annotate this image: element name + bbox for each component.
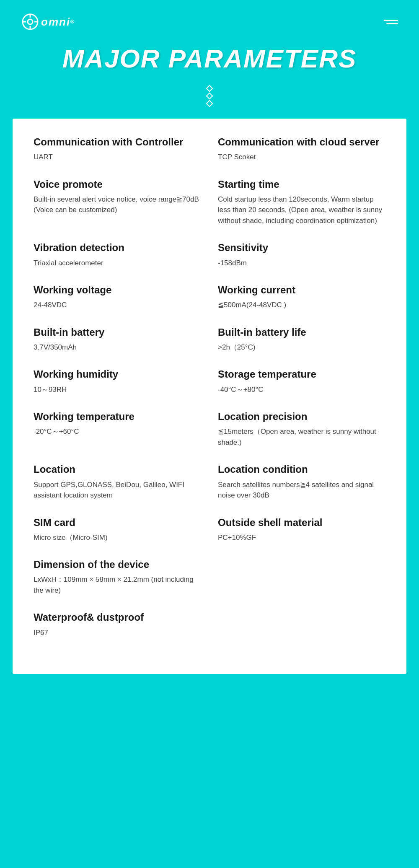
diamond-1 — [206, 85, 213, 92]
param-value: 24-48VDC — [34, 300, 201, 311]
param-value: UART — [34, 152, 201, 163]
param-label: Built-in battery — [34, 326, 201, 339]
content-card: Communication with ControllerUARTCommuni… — [13, 119, 406, 674]
params-grid: Communication with ControllerUARTCommuni… — [34, 135, 385, 653]
param-label: Starting time — [218, 178, 385, 191]
param-item: LocationSupport GPS,GLONASS, BeiDou, Gal… — [34, 463, 201, 500]
param-item: Sensitivity-158dBm — [218, 241, 385, 268]
param-label: Working temperature — [34, 410, 201, 423]
param-label: Working current — [218, 283, 385, 296]
param-value: LxWxH：109mm × 58mm × 21.2mm (not includi… — [34, 574, 201, 596]
param-item: Storage temperature-40°C～+80°C — [218, 368, 385, 395]
param-item: SIM cardMicro size（Micro-SIM) — [34, 516, 201, 543]
param-item: Built-in battery3.7V/350mAh — [34, 326, 201, 353]
param-value: >2h（25°C) — [218, 342, 385, 353]
param-item — [218, 558, 385, 596]
logo: omni® — [21, 13, 75, 31]
param-value: IP67 — [34, 627, 201, 638]
param-label: Location precision — [218, 410, 385, 423]
svg-point-1 — [28, 19, 33, 24]
param-value: ≦500mA(24-48VDC ) — [218, 300, 385, 311]
param-label: Storage temperature — [218, 368, 385, 381]
param-value: Cold startup less than 120seconds, Warm … — [218, 194, 385, 226]
param-item: Location precision≦15meters（Open area, w… — [218, 410, 385, 448]
param-item: Communication with ControllerUART — [34, 135, 201, 163]
param-label: Working humidity — [34, 368, 201, 381]
logo-text: omni — [41, 16, 70, 29]
menu-line-1 — [384, 20, 398, 21]
param-label: Location — [34, 463, 201, 476]
param-label: Voice promote — [34, 178, 201, 191]
param-value: TCP Scoket — [218, 152, 385, 163]
param-item: Working temperature-20°C～+60°C — [34, 410, 201, 448]
param-value: Triaxial accelerometer — [34, 258, 201, 269]
param-value: -158dBm — [218, 258, 385, 269]
header: omni® — [0, 0, 419, 39]
param-item: Outside shell materialPC+10%GF — [218, 516, 385, 543]
param-value: ≦15meters（Open area, weather is sunny wi… — [218, 426, 385, 448]
logo-superscript: ® — [70, 19, 75, 25]
param-item: Working voltage24-48VDC — [34, 283, 201, 311]
page-title-section: MAJOR PARAMETERS — [0, 39, 419, 82]
hamburger-menu-button[interactable] — [384, 20, 398, 24]
param-value: 3.7V/350mAh — [34, 342, 201, 353]
param-label: Outside shell material — [218, 516, 385, 529]
param-value: PC+10%GF — [218, 532, 385, 543]
param-label: Built-in battery life — [218, 326, 385, 339]
param-item: Location conditionSearch satellites numb… — [218, 463, 385, 500]
param-value: 10～93RH — [34, 384, 201, 395]
param-value: -40°C～+80°C — [218, 384, 385, 395]
param-value: -20°C～+60°C — [34, 426, 201, 437]
param-label: SIM card — [34, 516, 201, 529]
param-label: Communication with cloud server — [218, 135, 385, 148]
diamond-2 — [206, 93, 213, 100]
param-label: Sensitivity — [218, 241, 385, 254]
param-item: Waterproof& dustproofIP67 — [34, 611, 201, 638]
param-value: Micro size（Micro-SIM) — [34, 532, 201, 543]
param-item: Dimension of the deviceLxWxH：109mm × 58m… — [34, 558, 201, 596]
param-item: Built-in battery life>2h（25°C) — [218, 326, 385, 353]
menu-line-2 — [386, 23, 398, 24]
param-label: Waterproof& dustproof — [34, 611, 201, 624]
param-item: Working current≦500mA(24-48VDC ) — [218, 283, 385, 311]
param-item: Vibration detectionTriaxial acceleromete… — [34, 241, 201, 268]
param-value: Built-in several alert voice notice, voi… — [34, 194, 201, 215]
param-label: Vibration detection — [34, 241, 201, 254]
param-item: Communication with cloud serverTCP Scoke… — [218, 135, 385, 163]
logo-icon — [21, 13, 39, 31]
param-label: Communication with Controller — [34, 135, 201, 148]
param-label: Working voltage — [34, 283, 201, 296]
param-item: Starting timeCold startup less than 120s… — [218, 178, 385, 226]
param-label: Dimension of the device — [34, 558, 201, 571]
param-value: Support GPS,GLONASS, BeiDou, Galileo, WI… — [34, 479, 201, 501]
param-item: Voice promoteBuilt-in several alert voic… — [34, 178, 201, 226]
param-item — [218, 611, 385, 638]
param-item: Working humidity10～93RH — [34, 368, 201, 395]
diamond-3 — [206, 100, 213, 107]
param-value: Search satellites numbers≧4 satellites a… — [218, 479, 385, 501]
param-label: Location condition — [218, 463, 385, 476]
page-title: MAJOR PARAMETERS — [0, 44, 419, 73]
decorative-diamonds — [0, 86, 419, 106]
